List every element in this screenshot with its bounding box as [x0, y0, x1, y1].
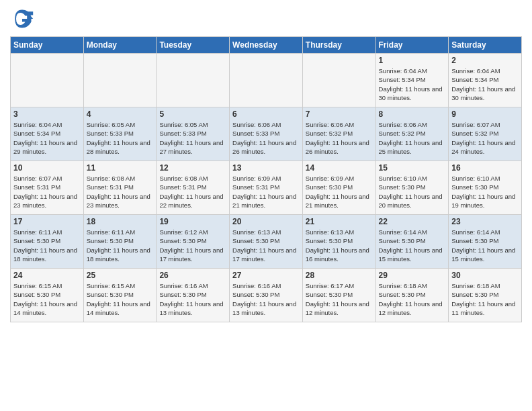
day-info: Sunrise: 6:12 AM Sunset: 5:30 PM Dayligh… — [159, 228, 226, 263]
day-number: 5 — [159, 109, 226, 119]
day-info: Sunrise: 6:08 AM Sunset: 5:31 PM Dayligh… — [159, 174, 226, 210]
day-cell — [157, 54, 230, 107]
day-cell — [11, 54, 84, 107]
day-cell: 23Sunrise: 6:14 AM Sunset: 5:30 PM Dayli… — [449, 215, 522, 269]
day-number: 29 — [379, 271, 446, 280]
header — [10, 7, 522, 31]
day-cell: 27Sunrise: 6:16 AM Sunset: 5:30 PM Dayli… — [230, 269, 303, 322]
day-info: Sunrise: 6:04 AM Sunset: 5:34 PM Dayligh… — [379, 66, 446, 102]
day-cell: 4Sunrise: 6:05 AM Sunset: 5:33 PM Daylig… — [83, 107, 157, 161]
day-info: Sunrise: 6:09 AM Sunset: 5:31 PM Dayligh… — [232, 174, 300, 210]
day-number: 18 — [87, 217, 154, 226]
day-number: 27 — [232, 271, 300, 280]
day-info: Sunrise: 6:10 AM Sunset: 5:30 PM Dayligh… — [379, 174, 446, 210]
day-number: 28 — [306, 271, 373, 280]
week-row-5: 24Sunrise: 6:15 AM Sunset: 5:30 PM Dayli… — [11, 269, 522, 322]
day-number: 7 — [306, 109, 373, 119]
day-cell: 26Sunrise: 6:16 AM Sunset: 5:30 PM Dayli… — [157, 269, 230, 322]
day-cell — [83, 54, 157, 107]
day-cell: 15Sunrise: 6:10 AM Sunset: 5:30 PM Dayli… — [375, 161, 449, 215]
logo-icon — [10, 7, 34, 31]
day-cell: 10Sunrise: 6:07 AM Sunset: 5:31 PM Dayli… — [11, 161, 84, 215]
day-cell: 5Sunrise: 6:05 AM Sunset: 5:33 PM Daylig… — [157, 107, 230, 161]
day-cell — [230, 54, 303, 107]
weekday-header-saturday: Saturday — [449, 37, 522, 54]
day-cell: 30Sunrise: 6:18 AM Sunset: 5:30 PM Dayli… — [449, 269, 522, 322]
day-number: 10 — [13, 163, 81, 173]
day-cell: 9Sunrise: 6:07 AM Sunset: 5:32 PM Daylig… — [449, 107, 522, 161]
day-info: Sunrise: 6:14 AM Sunset: 5:30 PM Dayligh… — [451, 228, 519, 263]
day-cell: 25Sunrise: 6:15 AM Sunset: 5:30 PM Dayli… — [83, 269, 157, 322]
day-cell: 12Sunrise: 6:08 AM Sunset: 5:31 PM Dayli… — [157, 161, 230, 215]
day-cell: 7Sunrise: 6:06 AM Sunset: 5:32 PM Daylig… — [302, 107, 375, 161]
day-info: Sunrise: 6:16 AM Sunset: 5:30 PM Dayligh… — [232, 281, 300, 317]
day-cell: 29Sunrise: 6:18 AM Sunset: 5:30 PM Dayli… — [375, 269, 449, 322]
weekday-header-friday: Friday — [375, 37, 449, 54]
day-number: 25 — [87, 271, 154, 280]
weekday-header-sunday: Sunday — [11, 37, 84, 54]
day-info: Sunrise: 6:17 AM Sunset: 5:30 PM Dayligh… — [306, 281, 373, 317]
day-number: 9 — [451, 109, 519, 119]
day-number: 1 — [379, 56, 446, 65]
day-info: Sunrise: 6:18 AM Sunset: 5:30 PM Dayligh… — [451, 281, 519, 317]
day-info: Sunrise: 6:10 AM Sunset: 5:30 PM Dayligh… — [451, 174, 519, 210]
weekday-header-wednesday: Wednesday — [230, 37, 303, 54]
logo — [10, 7, 37, 31]
day-number: 11 — [87, 163, 154, 173]
day-cell: 13Sunrise: 6:09 AM Sunset: 5:31 PM Dayli… — [230, 161, 303, 215]
day-number: 14 — [306, 163, 373, 173]
day-info: Sunrise: 6:16 AM Sunset: 5:30 PM Dayligh… — [159, 281, 226, 317]
day-number: 24 — [13, 271, 81, 280]
day-cell: 16Sunrise: 6:10 AM Sunset: 5:30 PM Dayli… — [449, 161, 522, 215]
week-row-3: 10Sunrise: 6:07 AM Sunset: 5:31 PM Dayli… — [11, 161, 522, 215]
day-number: 4 — [87, 109, 154, 119]
day-number: 30 — [451, 271, 519, 280]
day-cell: 11Sunrise: 6:08 AM Sunset: 5:31 PM Dayli… — [83, 161, 157, 215]
day-cell: 21Sunrise: 6:13 AM Sunset: 5:30 PM Dayli… — [302, 215, 375, 269]
day-info: Sunrise: 6:05 AM Sunset: 5:33 PM Dayligh… — [159, 120, 226, 156]
day-cell: 28Sunrise: 6:17 AM Sunset: 5:30 PM Dayli… — [302, 269, 375, 322]
day-number: 23 — [451, 217, 519, 226]
day-info: Sunrise: 6:13 AM Sunset: 5:30 PM Dayligh… — [306, 228, 373, 263]
day-number: 22 — [379, 217, 446, 226]
weekday-header-tuesday: Tuesday — [157, 37, 230, 54]
weekday-header-monday: Monday — [83, 37, 157, 54]
day-cell: 17Sunrise: 6:11 AM Sunset: 5:30 PM Dayli… — [11, 215, 84, 269]
day-info: Sunrise: 6:13 AM Sunset: 5:30 PM Dayligh… — [232, 228, 300, 263]
week-row-4: 17Sunrise: 6:11 AM Sunset: 5:30 PM Dayli… — [11, 215, 522, 269]
day-cell — [302, 54, 375, 107]
day-number: 15 — [379, 163, 446, 173]
day-info: Sunrise: 6:15 AM Sunset: 5:30 PM Dayligh… — [87, 281, 154, 317]
day-info: Sunrise: 6:09 AM Sunset: 5:30 PM Dayligh… — [306, 174, 373, 210]
day-cell: 22Sunrise: 6:14 AM Sunset: 5:30 PM Dayli… — [375, 215, 449, 269]
day-cell: 20Sunrise: 6:13 AM Sunset: 5:30 PM Dayli… — [230, 215, 303, 269]
week-row-1: 1Sunrise: 6:04 AM Sunset: 5:34 PM Daylig… — [11, 54, 522, 107]
calendar: SundayMondayTuesdayWednesdayThursdayFrid… — [10, 36, 522, 322]
day-cell: 14Sunrise: 6:09 AM Sunset: 5:30 PM Dayli… — [302, 161, 375, 215]
day-info: Sunrise: 6:05 AM Sunset: 5:33 PM Dayligh… — [87, 120, 154, 156]
day-info: Sunrise: 6:07 AM Sunset: 5:32 PM Dayligh… — [451, 120, 519, 156]
page: SundayMondayTuesdayWednesdayThursdayFrid… — [0, 0, 532, 411]
day-cell: 8Sunrise: 6:06 AM Sunset: 5:32 PM Daylig… — [375, 107, 449, 161]
day-number: 21 — [306, 217, 373, 226]
day-number: 8 — [379, 109, 446, 119]
day-number: 13 — [232, 163, 300, 173]
day-info: Sunrise: 6:04 AM Sunset: 5:34 PM Dayligh… — [13, 120, 81, 156]
day-cell: 24Sunrise: 6:15 AM Sunset: 5:30 PM Dayli… — [11, 269, 84, 322]
day-info: Sunrise: 6:06 AM Sunset: 5:32 PM Dayligh… — [306, 120, 373, 156]
day-info: Sunrise: 6:06 AM Sunset: 5:33 PM Dayligh… — [232, 120, 300, 156]
day-info: Sunrise: 6:18 AM Sunset: 5:30 PM Dayligh… — [379, 281, 446, 317]
day-number: 26 — [159, 271, 226, 280]
day-cell: 18Sunrise: 6:11 AM Sunset: 5:30 PM Dayli… — [83, 215, 157, 269]
day-number: 12 — [159, 163, 226, 173]
day-number: 19 — [159, 217, 226, 226]
day-number: 20 — [232, 217, 300, 226]
day-info: Sunrise: 6:06 AM Sunset: 5:32 PM Dayligh… — [379, 120, 446, 156]
week-row-2: 3Sunrise: 6:04 AM Sunset: 5:34 PM Daylig… — [11, 107, 522, 161]
day-info: Sunrise: 6:14 AM Sunset: 5:30 PM Dayligh… — [379, 228, 446, 263]
day-cell: 6Sunrise: 6:06 AM Sunset: 5:33 PM Daylig… — [230, 107, 303, 161]
day-info: Sunrise: 6:08 AM Sunset: 5:31 PM Dayligh… — [87, 174, 154, 210]
day-info: Sunrise: 6:11 AM Sunset: 5:30 PM Dayligh… — [87, 228, 154, 263]
day-info: Sunrise: 6:07 AM Sunset: 5:31 PM Dayligh… — [13, 174, 81, 210]
day-cell: 1Sunrise: 6:04 AM Sunset: 5:34 PM Daylig… — [375, 54, 449, 107]
